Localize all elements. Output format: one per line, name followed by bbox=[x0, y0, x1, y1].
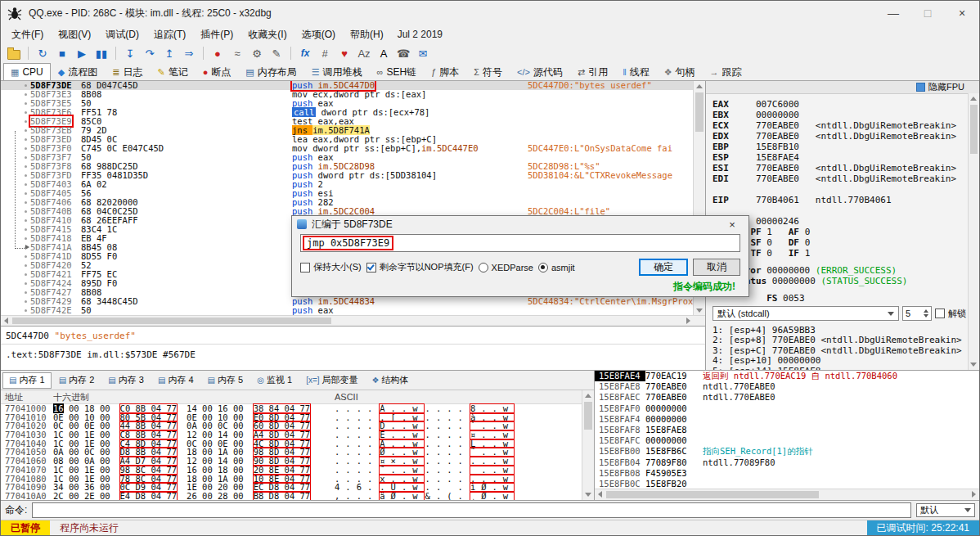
stack-row[interactable]: 15E8FAF400000000 bbox=[595, 414, 979, 425]
dialog-close-icon[interactable]: × bbox=[721, 218, 744, 231]
breakpoint-gutter[interactable] bbox=[1, 81, 30, 90]
register-row[interactable]: EDI 770EABE0 <ntdll.DbgUiRemoteBreakin> bbox=[713, 173, 979, 184]
menu-item-4[interactable]: 追踪(T) bbox=[146, 26, 193, 43]
calling-convention-select[interactable]: 默认 (stdcall) bbox=[713, 306, 899, 321]
argument-count-stepper[interactable]: 5 bbox=[902, 306, 932, 321]
breakpoint-gutter[interactable] bbox=[1, 234, 30, 243]
tab-trace[interactable]: →跟踪 bbox=[703, 63, 749, 80]
breakpoint-gutter[interactable] bbox=[1, 189, 30, 198]
breakpoint-gutter[interactable] bbox=[1, 288, 30, 297]
stack-row[interactable]: 15E8FB08F45905E3 bbox=[595, 468, 979, 479]
ok-button[interactable]: 确定 bbox=[639, 259, 688, 276]
menu-item-2[interactable]: 视图(V) bbox=[51, 26, 98, 43]
breakpoint-gutter[interactable] bbox=[1, 306, 30, 315]
chat-bubble-icon[interactable]: ✉ bbox=[414, 45, 432, 61]
breakpoint-gutter[interactable] bbox=[1, 198, 30, 207]
register-row[interactable] bbox=[713, 184, 979, 195]
cancel-button[interactable]: 取消 bbox=[693, 259, 740, 276]
bottom-tab-dump-1[interactable]: ▤内存 1 bbox=[2, 372, 52, 389]
tab-script[interactable]: ƒ脚本 bbox=[424, 63, 466, 80]
register-row[interactable]: ZF 1 PF 1 AF 0 bbox=[713, 227, 979, 237]
minimize-button[interactable]: — bbox=[876, 1, 910, 25]
breakpoint-gutter[interactable] bbox=[1, 243, 30, 252]
menu-item-5[interactable]: 插件(P) bbox=[193, 26, 241, 43]
run-icon[interactable]: ▶ bbox=[73, 45, 91, 61]
tab-notes[interactable]: ✎笔记 bbox=[150, 63, 195, 80]
stack-row[interactable]: 15E8FAE8770EABE0ntdll.770EABE0 bbox=[595, 381, 979, 392]
step-out-icon[interactable]: ↥ bbox=[160, 45, 178, 61]
registers-vertical-scrollbar[interactable] bbox=[968, 93, 979, 370]
tab-graph[interactable]: ◆流程图 bbox=[51, 63, 105, 80]
breakpoint-gutter[interactable] bbox=[1, 180, 30, 189]
breakpoint-icon[interactable]: ● bbox=[209, 45, 227, 61]
dump-row[interactable]: 770410A02C 00 2E 00E4 D8 04 7726 00 28 0… bbox=[1, 492, 594, 500]
stack-row[interactable]: 15E8FAE4770EAC19返回到 ntdll.770EAC19 自 ntd… bbox=[595, 371, 979, 381]
favourites-heart-icon[interactable]: ♥ bbox=[335, 45, 353, 61]
edit-pencil-icon[interactable]: ✎ bbox=[267, 45, 285, 61]
assemble-fx-icon[interactable]: fx bbox=[296, 45, 314, 61]
tab-symbols[interactable]: Σ符号 bbox=[466, 63, 510, 80]
menu-item-3[interactable]: 调试(D) bbox=[98, 26, 146, 43]
scroll-left-icon[interactable] bbox=[4, 318, 8, 324]
trace-icon[interactable]: ≈ bbox=[228, 45, 246, 61]
menu-item-1[interactable]: 文件(F) bbox=[4, 26, 51, 43]
breakpoint-gutter[interactable] bbox=[1, 99, 30, 108]
tab-call-stack[interactable]: ☰调用堆栈 bbox=[304, 63, 370, 80]
bottom-tab-dump-4[interactable]: ▤内存 4 bbox=[151, 372, 200, 389]
disasm-horizontal-scrollbar[interactable] bbox=[1, 315, 705, 326]
tab-breakpoints[interactable]: ●断点 bbox=[196, 63, 239, 80]
font-icon[interactable]: A bbox=[375, 45, 393, 61]
bottom-tab-dump-3[interactable]: ▤内存 3 bbox=[101, 372, 151, 389]
disasm-row[interactable]: 5D8F742E50push eax bbox=[1, 306, 694, 315]
command-script-select[interactable]: 默认 bbox=[916, 503, 975, 517]
register-row[interactable]: EDX 770EABE0 <ntdll.DbgUiRemoteBreakin> bbox=[713, 131, 979, 142]
register-row[interactable]: FS 0053 bbox=[713, 293, 979, 304]
tab-log[interactable]: ≣日志 bbox=[105, 63, 150, 80]
pause-icon[interactable]: ▮▮ bbox=[92, 45, 110, 61]
run-to-user-icon[interactable]: ⇒ bbox=[180, 45, 198, 61]
disasm-row[interactable]: 5D8F74036A 02push 2 bbox=[1, 180, 694, 189]
scroll-up-icon[interactable] bbox=[970, 97, 977, 101]
register-row[interactable]: ESI 770EABE0 <ntdll.DbgUiRemoteBreakin> bbox=[713, 163, 979, 173]
stack-argument-row[interactable]: 4: [esp+10] 00000000 bbox=[713, 356, 979, 366]
scroll-right-icon[interactable] bbox=[686, 318, 690, 324]
scroll-down-icon[interactable] bbox=[970, 363, 977, 367]
register-row[interactable]: EAX 007C6000 bbox=[713, 99, 979, 110]
close-button[interactable]: × bbox=[945, 1, 979, 25]
breakpoint-gutter[interactable] bbox=[1, 171, 30, 180]
scroll-right-icon[interactable] bbox=[972, 491, 976, 498]
breakpoint-gutter[interactable] bbox=[1, 225, 30, 234]
tab-threads[interactable]: ‖线程 bbox=[615, 63, 657, 80]
stack-argument-row[interactable]: 2: [esp+8] 770EABE0 <ntdll.DbgUiRemoteBr… bbox=[713, 336, 979, 345]
tab-memory-map[interactable]: ▤内存布局 bbox=[238, 63, 303, 80]
attach-phone-icon[interactable]: ☎ bbox=[394, 45, 412, 61]
unlock-checkbox[interactable]: 解锁 bbox=[935, 308, 966, 320]
bottom-tab-dump-2[interactable]: ▤内存 2 bbox=[52, 372, 101, 389]
keep-size-checkbox[interactable]: 保持大小(S) bbox=[300, 261, 362, 273]
register-row[interactable]: ESP 15E8FAE4 bbox=[713, 152, 979, 163]
maximize-button[interactable]: □ bbox=[910, 1, 945, 25]
register-row[interactable]: OF 0 SF 0 DF 0 bbox=[713, 237, 979, 248]
register-row[interactable]: EBP 15E8FB10 bbox=[713, 142, 979, 152]
stack-row[interactable]: 15E8FAEC770EABE0ntdll.770EABE0 bbox=[595, 392, 979, 403]
step-into-icon[interactable]: ↧ bbox=[121, 45, 139, 61]
scroll-down-icon[interactable] bbox=[585, 493, 591, 497]
register-row[interactable]: LastError 00000000 (ERROR_SUCCESS) bbox=[713, 265, 979, 276]
disasm-row[interactable]: 5D8F742968 3448C45Dpush im.5DC448345DC44… bbox=[1, 297, 694, 306]
stack-row[interactable]: 15E8FAFC00000000 bbox=[595, 435, 979, 446]
breakpoint-gutter[interactable] bbox=[1, 117, 30, 126]
register-row[interactable]: LastStatus 00000000 (STATUS_SUCCESS) bbox=[713, 276, 979, 286]
patch-hash-icon[interactable]: # bbox=[316, 45, 334, 61]
menu-item-8[interactable]: 帮助(H) bbox=[343, 26, 391, 43]
breakpoint-gutter[interactable] bbox=[1, 207, 30, 216]
register-row[interactable] bbox=[713, 259, 979, 265]
breakpoint-gutter[interactable] bbox=[1, 261, 30, 270]
bottom-tab-watch-1[interactable]: ◎监视 1 bbox=[250, 372, 299, 389]
breakpoint-gutter[interactable] bbox=[1, 252, 30, 261]
hide-fpu-button[interactable]: 隐藏FPU bbox=[928, 81, 964, 93]
dump-row[interactable]: 770410701C 00 1E 0098 8C 04 7716 00 18 0… bbox=[1, 466, 594, 475]
register-row[interactable]: CF 0 TF 0 IF 1 bbox=[713, 248, 979, 259]
menu-item-6[interactable]: 收藏夹(I) bbox=[241, 26, 294, 43]
bottom-tab-struct[interactable]: ❖结构体 bbox=[366, 372, 416, 389]
register-row[interactable] bbox=[713, 205, 979, 216]
